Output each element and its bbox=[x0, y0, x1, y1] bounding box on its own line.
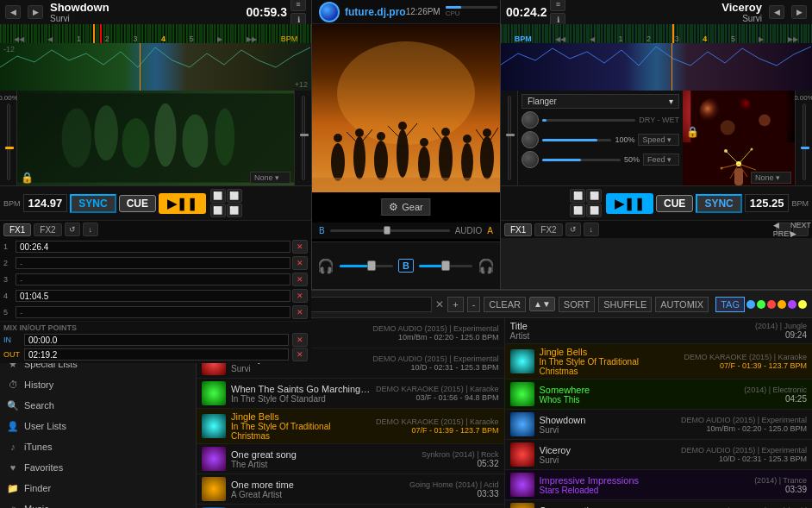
deck-b-none-dropdown[interactable]: None ▾ bbox=[751, 172, 791, 184]
deck-b-speed-knob[interactable] bbox=[522, 131, 539, 148]
track-row[interactable]: Showdown Survi DEMO AUDIO (2015) | Exper… bbox=[505, 410, 813, 440]
deck-a-waveform-main[interactable]: -12 +12 bbox=[0, 43, 311, 91]
sidebar-item-itunes[interactable]: ♪ iTunes bbox=[0, 436, 196, 457]
deck-b-flanger[interactable]: Flanger ▾ bbox=[522, 94, 679, 109]
deck-b-waveform-overview[interactable]: BPM ◀◀ ◀ 1 2 3 4 5 ▶ ▶▶ bbox=[501, 24, 812, 43]
track-row[interactable]: Jingle Bells In The Style Of Traditional… bbox=[197, 409, 504, 444]
sidebar-item-finder[interactable]: 📁 Finder bbox=[0, 478, 196, 499]
deck-a-sync[interactable]: SYNC bbox=[70, 194, 116, 213]
deck-b-waveform-main[interactable] bbox=[501, 43, 812, 91]
shuffle-btn[interactable]: SHUFFLE bbox=[598, 297, 652, 312]
deck-a-fx-slot-4[interactable]: 01:04.5 bbox=[16, 290, 290, 302]
deck-b-fx-save[interactable]: ↓ bbox=[584, 223, 599, 236]
deck-b-bpm: 125.25 bbox=[745, 194, 790, 212]
track-row[interactable]: Leaving Whos This (2014) | Hip-Hop 04:44 bbox=[197, 505, 504, 508]
deck-a-grid-3[interactable]: ⬜ bbox=[210, 204, 226, 217]
deck-a-mix-out-close[interactable]: ✕ bbox=[292, 348, 308, 361]
svg-point-24 bbox=[420, 138, 428, 147]
speed-dropdown[interactable]: Speed ▾ bbox=[638, 134, 679, 146]
deck-b-feed-knob[interactable] bbox=[522, 151, 539, 168]
sidebar-item-user-lists[interactable]: 👤 User Lists bbox=[0, 416, 196, 436]
track-row[interactable]: One more time A Great Artist Going Home … bbox=[197, 474, 504, 505]
deck-b-grid-1[interactable]: ⬜ bbox=[570, 189, 585, 203]
deck-b-prev-btn[interactable]: ◀ PREV bbox=[776, 223, 791, 236]
tag-btn[interactable]: TAG bbox=[715, 297, 745, 312]
deck-a-cue[interactable]: CUE bbox=[119, 195, 156, 212]
deck-a-fx-save[interactable]: ↓ bbox=[83, 223, 98, 236]
sidebar-item-music[interactable]: ♫ Music bbox=[0, 499, 196, 508]
sidebar-item-search-results[interactable]: 🔍 Search bbox=[0, 395, 196, 416]
deck-b-settings[interactable]: ≡ bbox=[550, 0, 565, 11]
deck-b-next-btn[interactable]: NEXT ▶ bbox=[793, 223, 809, 236]
deck-b-prev[interactable]: ◀ bbox=[769, 5, 784, 19]
deck-a-mix-in-close[interactable]: ✕ bbox=[292, 333, 308, 347]
headphone-volume[interactable] bbox=[367, 260, 376, 271]
deck-a-mix-in[interactable]: 00:00.0 bbox=[24, 334, 289, 346]
deck-b-play[interactable]: ▶❚❚ bbox=[606, 193, 653, 214]
deck-a-fx-close-5[interactable]: ✕ bbox=[292, 305, 308, 319]
deck-b-grid-4[interactable]: ⬜ bbox=[586, 204, 602, 217]
automix-btn[interactable]: AUTOMIX bbox=[655, 297, 709, 312]
add-track-btn[interactable]: + bbox=[447, 297, 463, 312]
track-row[interactable]: Viceroy Survi DEMO AUDIO (2015) | Experi… bbox=[505, 440, 813, 470]
deck-a-transport: BPM 124.97 SYNC CUE ▶❚❚ ⬜ ⬜ ⬜ ⬜ bbox=[0, 185, 311, 220]
sort-btn[interactable]: SORT bbox=[559, 297, 595, 312]
deck-a-fx2-tab[interactable]: FX2 bbox=[34, 223, 61, 236]
deck-a-grid-4[interactable]: ⬜ bbox=[227, 204, 242, 217]
deck-b-sync[interactable]: SYNC bbox=[696, 194, 741, 213]
deck-a-fx-close-2[interactable]: ✕ bbox=[292, 256, 308, 270]
clear-btn[interactable]: CLEAR bbox=[484, 297, 526, 312]
deck-b-next[interactable]: ▶ bbox=[791, 5, 807, 19]
deck-a-fx-close-1[interactable]: ✕ bbox=[292, 240, 308, 254]
deck-b-grid-3[interactable]: ⬜ bbox=[570, 204, 585, 217]
deck-a-fx-slot-5[interactable]: - bbox=[16, 306, 290, 318]
deck-a-fx-close-4[interactable]: ✕ bbox=[292, 289, 308, 303]
deck-a-waveform-overview[interactable]: ◀◀ ◀ 1 2 3 4 5 ▶ ▶▶ BPM bbox=[0, 24, 311, 43]
deck-a-fx-slot-3[interactable]: - bbox=[16, 273, 290, 285]
svg-point-11 bbox=[331, 143, 345, 181]
track-meta: DEMO AUDIO (2015) | Experimental 10m/Bm … bbox=[373, 324, 499, 342]
deck-a-fx-slot-1[interactable]: 00:26.4 bbox=[16, 241, 290, 253]
deck-b-fx-loop[interactable]: ↺ bbox=[565, 223, 581, 236]
gear-button[interactable]: ⚙ Gear bbox=[381, 198, 430, 216]
deck-b-volume-handle[interactable] bbox=[801, 147, 809, 149]
deck-a-grid-1[interactable]: ⬜ bbox=[210, 189, 226, 203]
sidebar-item-favorites[interactable]: ♥ Favorites bbox=[0, 457, 196, 478]
deck-b-header: 00:24.2 ≡ ℹ Viceroy Survi ◀ ▶ bbox=[501, 0, 812, 24]
deck-a-fx1-tab[interactable]: FX1 bbox=[3, 223, 31, 236]
track-row[interactable]: Title Artist (2014) | Jungle 09:24 bbox=[505, 318, 813, 344]
search-clear-btn[interactable]: ✕ bbox=[435, 298, 444, 310]
sort-arrows[interactable]: ▲▼ bbox=[529, 297, 555, 311]
track-row[interactable]: One great song The Artist Synkron (2014)… bbox=[197, 444, 504, 474]
deck-b-grid-2[interactable]: ⬜ bbox=[586, 189, 602, 203]
track-row[interactable]: Somewhere Whos This (2014) | Electronic … bbox=[505, 379, 813, 410]
deck-a-prev[interactable]: ◀ bbox=[5, 5, 21, 19]
deck-a-fx-loop[interactable]: ↺ bbox=[65, 223, 80, 236]
deck-a-fx-slot-2[interactable]: - bbox=[16, 257, 290, 269]
deck-b-cue[interactable]: CUE bbox=[656, 195, 693, 212]
track-row[interactable]: Impressive Impressions Stars Reloaded (2… bbox=[505, 470, 813, 500]
svg-point-39 bbox=[734, 98, 752, 116]
master-volume[interactable] bbox=[441, 260, 450, 271]
track-row[interactable]: When The Saints Go Marching In In The St… bbox=[197, 379, 504, 409]
deck-a-grid-2[interactable]: ⬜ bbox=[227, 189, 242, 203]
remove-track-btn[interactable]: - bbox=[467, 297, 481, 312]
svg-point-3 bbox=[62, 109, 91, 168]
deck-b-dry-wet-knob[interactable] bbox=[522, 111, 539, 129]
track-row[interactable]: Jingle Bells In The Style Of Traditional… bbox=[505, 344, 813, 379]
deck-b-fx2-tab[interactable]: FX2 bbox=[534, 223, 562, 236]
deck-a-next[interactable]: ▶ bbox=[28, 5, 43, 19]
deck-a-mix-out[interactable]: 02:19.2 bbox=[24, 348, 289, 361]
track-row[interactable]: One more time A Great Artist Going Home … bbox=[505, 500, 813, 508]
track-artist: Stars Reloaded bbox=[540, 486, 750, 495]
deck-b-fx1-tab[interactable]: FX1 bbox=[504, 223, 532, 236]
deck-a-play[interactable]: ▶❚❚ bbox=[159, 193, 206, 214]
deck-a-eq-area: 0.00% bbox=[0, 91, 311, 185]
deck-a-fx-close-3[interactable]: ✕ bbox=[292, 273, 308, 286]
svg-rect-53 bbox=[734, 168, 743, 185]
sidebar-item-history[interactable]: ⏱ History bbox=[0, 374, 196, 395]
feed-dropdown[interactable]: Feed ▾ bbox=[643, 154, 679, 166]
deck-a-settings[interactable]: ≡ bbox=[290, 0, 306, 11]
cpu-label: CPU bbox=[446, 9, 497, 17]
crossfader-handle[interactable] bbox=[384, 226, 390, 235]
